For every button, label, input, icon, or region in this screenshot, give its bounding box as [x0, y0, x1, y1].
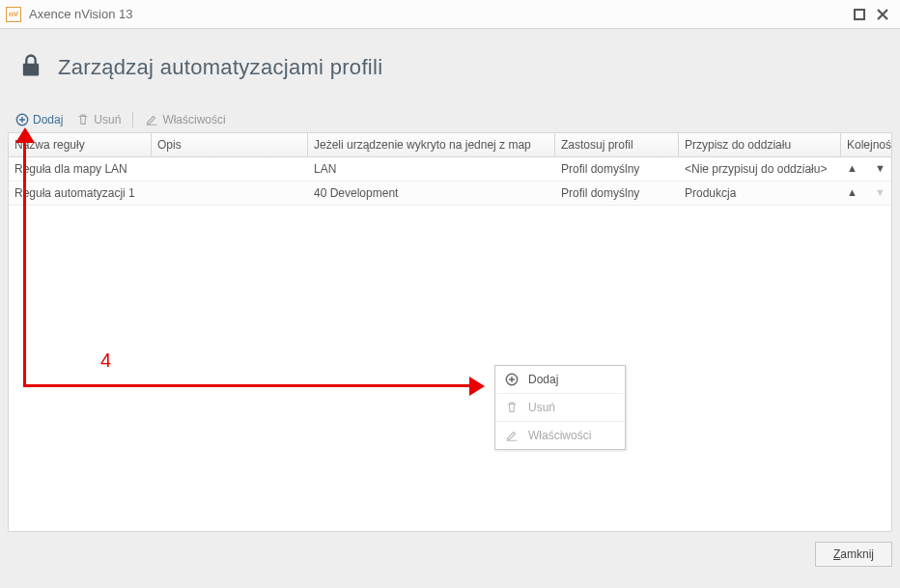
cell-map: 40 Development — [308, 182, 555, 205]
toolbar-separator — [132, 112, 133, 127]
cell-profile: Profil domyślny — [555, 157, 679, 181]
properties-button[interactable]: Właściwości — [139, 111, 231, 128]
close-button[interactable]: Zamknij — [815, 542, 892, 567]
close-icon — [876, 8, 889, 21]
ctx-props[interactable]: Właściwości — [495, 422, 625, 449]
ctx-add[interactable]: Dodaj — [495, 366, 625, 394]
rules-grid: Nazwa reguły Opis Jeżeli urządzenie wykr… — [8, 132, 892, 532]
col-name[interactable]: Nazwa reguły — [9, 133, 152, 156]
window-title: Axence nVision 13 — [29, 7, 848, 21]
plus-circle-icon — [505, 373, 519, 386]
dialog-footer: Zamknij — [8, 532, 892, 567]
cell-name: Reguła dla mapy LAN — [9, 157, 152, 181]
col-order-label: Kolejność — [847, 138, 891, 152]
delete-label: Usuń — [94, 113, 121, 126]
close-rest: amknij — [840, 547, 874, 561]
cell-map: LAN — [308, 157, 555, 181]
plus-circle-icon — [15, 113, 29, 126]
cell-dept: Produkcja — [679, 182, 841, 205]
trash-icon — [505, 401, 519, 414]
cell-name: Reguła automatyzacji 1 — [9, 182, 152, 205]
move-down-button: ▼ — [875, 186, 886, 200]
app-icon: nV — [6, 7, 21, 22]
window-title-bar: nV Axence nVision 13 — [0, 0, 900, 29]
edit-icon — [145, 113, 158, 126]
cell-desc — [152, 157, 308, 181]
trash-icon — [76, 113, 90, 126]
move-down-button[interactable]: ▼ — [875, 162, 886, 176]
cell-order: ▲▼ — [841, 157, 891, 181]
ctx-add-label: Dodaj — [528, 373, 558, 386]
maximize-icon — [853, 8, 866, 21]
properties-label: Właściwości — [162, 113, 225, 126]
delete-button[interactable]: Usuń — [70, 111, 127, 128]
table-row[interactable]: Reguła dla mapy LANLANProfil domyślny<Ni… — [9, 157, 891, 182]
add-label: Dodaj — [33, 113, 63, 126]
context-menu: Dodaj Usuń Właściwości — [494, 365, 626, 450]
col-dept[interactable]: Przypisz do oddziału — [679, 133, 841, 156]
cell-order: ▲▼ — [841, 182, 891, 205]
add-button[interactable]: Dodaj — [10, 111, 69, 128]
cell-profile: Profil domyślny — [555, 182, 679, 205]
svg-rect-0 — [855, 10, 864, 19]
page-header: Zarządzaj automatyzacjami profili — [8, 37, 892, 107]
table-row[interactable]: Reguła automatyzacji 140 DevelopmentProf… — [9, 182, 891, 206]
edit-icon — [505, 429, 519, 442]
toolbar: Dodaj Usuń Właściwości — [8, 107, 892, 132]
ctx-props-label: Właściwości — [528, 429, 591, 442]
ctx-delete-label: Usuń — [528, 401, 555, 414]
col-desc[interactable]: Opis — [152, 133, 308, 156]
cell-desc — [152, 182, 308, 205]
col-profile[interactable]: Zastosuj profil — [555, 133, 679, 156]
move-up-button[interactable]: ▲ — [847, 162, 858, 176]
lock-icon — [17, 52, 44, 82]
grid-header: Nazwa reguły Opis Jeżeli urządzenie wykr… — [9, 133, 891, 157]
cell-dept: <Nie przypisuj do oddziału> — [679, 157, 841, 181]
col-order[interactable]: Kolejność ▲ — [841, 133, 891, 156]
ctx-delete[interactable]: Usuń — [495, 394, 625, 422]
col-map[interactable]: Jeżeli urządzenie wykryto na jednej z ma… — [308, 133, 555, 156]
page-title: Zarządzaj automatyzacjami profili — [58, 55, 382, 80]
maximize-button[interactable] — [848, 4, 871, 25]
move-up-button[interactable]: ▲ — [847, 186, 858, 200]
close-window-button[interactable] — [871, 4, 894, 25]
